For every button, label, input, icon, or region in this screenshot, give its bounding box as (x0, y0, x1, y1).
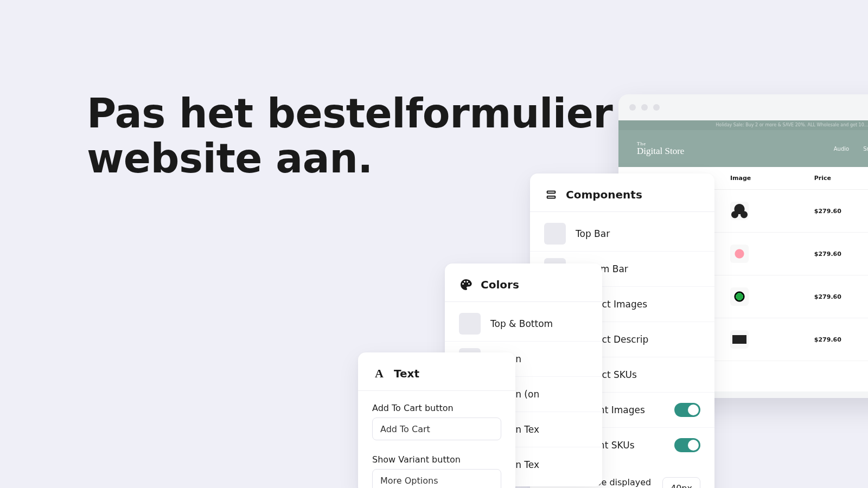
field-label-show-variant: Show Variant button (358, 442, 515, 469)
window-dots (618, 94, 868, 120)
input-show-variant[interactable]: More Options (372, 469, 501, 488)
product-price: $279.60 (806, 233, 868, 275)
product-image-speaker-outdoor (730, 330, 749, 349)
promo-banner: Holiday Sale: Buy 2 or more & SAVE 20%. … (618, 120, 868, 130)
component-item-top-bar[interactable]: Top Bar (530, 216, 714, 252)
product-price: $279.60 (806, 190, 868, 233)
components-icon (544, 188, 558, 202)
th-image: Image (722, 167, 806, 190)
panel-title: Colors (481, 278, 519, 291)
field-label-add-to-cart: Add To Cart button (358, 391, 515, 418)
panel-title: Text (394, 367, 419, 380)
product-image-headphones (730, 202, 749, 220)
page-size-input[interactable]: 40px (662, 477, 700, 488)
panel-title: Components (566, 188, 642, 201)
text-icon: A (372, 367, 386, 381)
svg-rect-1 (547, 196, 556, 198)
th-price: Price (806, 167, 868, 190)
toggle-variant-images[interactable] (674, 403, 700, 417)
color-item-top-bottom[interactable]: Top & Bottom (445, 306, 602, 342)
toggle-variant-skus[interactable] (674, 438, 700, 452)
text-panel: A Text Add To Cart button Add To Cart Sh… (358, 352, 515, 488)
nav-link-smart-devices[interactable]: Smart Devices (863, 146, 868, 152)
svg-rect-0 (547, 191, 556, 194)
store-header: Holiday Sale: Buy 2 or more & SAVE 20%. … (618, 120, 868, 167)
product-image-speaker (730, 287, 749, 306)
product-price: $279.60 (806, 318, 868, 361)
input-add-to-cart[interactable]: Add To Cart (372, 418, 501, 440)
nav-link-audio[interactable]: Audio (834, 146, 849, 152)
store-logo: The Digital Store (637, 142, 684, 156)
palette-icon (459, 278, 473, 292)
product-image-band (730, 245, 749, 263)
product-price: $279.60 (806, 275, 868, 318)
